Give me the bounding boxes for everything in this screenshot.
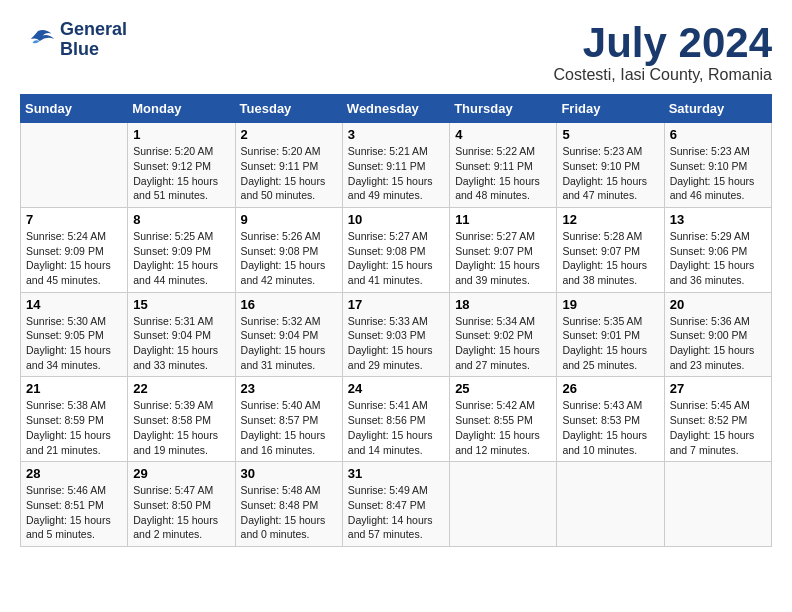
calendar-cell: 7Sunrise: 5:24 AM Sunset: 9:09 PM Daylig… — [21, 207, 128, 292]
day-number: 4 — [455, 127, 551, 142]
day-info: Sunrise: 5:32 AM Sunset: 9:04 PM Dayligh… — [241, 314, 337, 373]
calendar-cell: 17Sunrise: 5:33 AM Sunset: 9:03 PM Dayli… — [342, 292, 449, 377]
day-info: Sunrise: 5:23 AM Sunset: 9:10 PM Dayligh… — [562, 144, 658, 203]
logo-text: General Blue — [60, 20, 127, 60]
calendar-cell: 16Sunrise: 5:32 AM Sunset: 9:04 PM Dayli… — [235, 292, 342, 377]
weekday-header-row: SundayMondayTuesdayWednesdayThursdayFrid… — [21, 95, 772, 123]
calendar-cell: 30Sunrise: 5:48 AM Sunset: 8:48 PM Dayli… — [235, 462, 342, 547]
day-number: 31 — [348, 466, 444, 481]
calendar-cell — [557, 462, 664, 547]
day-info: Sunrise: 5:38 AM Sunset: 8:59 PM Dayligh… — [26, 398, 122, 457]
day-number: 11 — [455, 212, 551, 227]
calendar-cell: 28Sunrise: 5:46 AM Sunset: 8:51 PM Dayli… — [21, 462, 128, 547]
day-number: 19 — [562, 297, 658, 312]
weekday-header: Saturday — [664, 95, 771, 123]
calendar-cell: 25Sunrise: 5:42 AM Sunset: 8:55 PM Dayli… — [450, 377, 557, 462]
day-number: 13 — [670, 212, 766, 227]
day-info: Sunrise: 5:46 AM Sunset: 8:51 PM Dayligh… — [26, 483, 122, 542]
calendar-cell: 12Sunrise: 5:28 AM Sunset: 9:07 PM Dayli… — [557, 207, 664, 292]
day-number: 22 — [133, 381, 229, 396]
calendar-cell: 26Sunrise: 5:43 AM Sunset: 8:53 PM Dayli… — [557, 377, 664, 462]
day-info: Sunrise: 5:42 AM Sunset: 8:55 PM Dayligh… — [455, 398, 551, 457]
day-number: 10 — [348, 212, 444, 227]
day-info: Sunrise: 5:39 AM Sunset: 8:58 PM Dayligh… — [133, 398, 229, 457]
calendar-week-row: 7Sunrise: 5:24 AM Sunset: 9:09 PM Daylig… — [21, 207, 772, 292]
day-number: 14 — [26, 297, 122, 312]
calendar-cell: 6Sunrise: 5:23 AM Sunset: 9:10 PM Daylig… — [664, 123, 771, 208]
main-title: July 2024 — [554, 20, 772, 66]
day-number: 15 — [133, 297, 229, 312]
calendar-cell: 20Sunrise: 5:36 AM Sunset: 9:00 PM Dayli… — [664, 292, 771, 377]
day-info: Sunrise: 5:43 AM Sunset: 8:53 PM Dayligh… — [562, 398, 658, 457]
day-info: Sunrise: 5:24 AM Sunset: 9:09 PM Dayligh… — [26, 229, 122, 288]
day-number: 30 — [241, 466, 337, 481]
day-number: 29 — [133, 466, 229, 481]
calendar-week-row: 1Sunrise: 5:20 AM Sunset: 9:12 PM Daylig… — [21, 123, 772, 208]
calendar-cell — [450, 462, 557, 547]
day-info: Sunrise: 5:31 AM Sunset: 9:04 PM Dayligh… — [133, 314, 229, 373]
day-info: Sunrise: 5:20 AM Sunset: 9:11 PM Dayligh… — [241, 144, 337, 203]
day-info: Sunrise: 5:33 AM Sunset: 9:03 PM Dayligh… — [348, 314, 444, 373]
weekday-header: Sunday — [21, 95, 128, 123]
weekday-header: Monday — [128, 95, 235, 123]
calendar-cell: 8Sunrise: 5:25 AM Sunset: 9:09 PM Daylig… — [128, 207, 235, 292]
day-number: 23 — [241, 381, 337, 396]
calendar-week-row: 28Sunrise: 5:46 AM Sunset: 8:51 PM Dayli… — [21, 462, 772, 547]
day-info: Sunrise: 5:35 AM Sunset: 9:01 PM Dayligh… — [562, 314, 658, 373]
day-number: 12 — [562, 212, 658, 227]
day-info: Sunrise: 5:27 AM Sunset: 9:07 PM Dayligh… — [455, 229, 551, 288]
day-number: 27 — [670, 381, 766, 396]
day-number: 26 — [562, 381, 658, 396]
day-info: Sunrise: 5:30 AM Sunset: 9:05 PM Dayligh… — [26, 314, 122, 373]
day-number: 28 — [26, 466, 122, 481]
weekday-header: Friday — [557, 95, 664, 123]
day-info: Sunrise: 5:21 AM Sunset: 9:11 PM Dayligh… — [348, 144, 444, 203]
day-number: 6 — [670, 127, 766, 142]
calendar-cell: 10Sunrise: 5:27 AM Sunset: 9:08 PM Dayli… — [342, 207, 449, 292]
calendar-week-row: 21Sunrise: 5:38 AM Sunset: 8:59 PM Dayli… — [21, 377, 772, 462]
day-number: 8 — [133, 212, 229, 227]
calendar-cell: 23Sunrise: 5:40 AM Sunset: 8:57 PM Dayli… — [235, 377, 342, 462]
calendar-cell: 3Sunrise: 5:21 AM Sunset: 9:11 PM Daylig… — [342, 123, 449, 208]
header: General Blue July 2024 Costesti, Iasi Co… — [20, 20, 772, 84]
day-number: 3 — [348, 127, 444, 142]
calendar-cell: 27Sunrise: 5:45 AM Sunset: 8:52 PM Dayli… — [664, 377, 771, 462]
calendar-cell: 11Sunrise: 5:27 AM Sunset: 9:07 PM Dayli… — [450, 207, 557, 292]
day-number: 5 — [562, 127, 658, 142]
calendar-cell: 18Sunrise: 5:34 AM Sunset: 9:02 PM Dayli… — [450, 292, 557, 377]
calendar-table: SundayMondayTuesdayWednesdayThursdayFrid… — [20, 94, 772, 547]
day-info: Sunrise: 5:40 AM Sunset: 8:57 PM Dayligh… — [241, 398, 337, 457]
calendar-cell — [21, 123, 128, 208]
day-info: Sunrise: 5:34 AM Sunset: 9:02 PM Dayligh… — [455, 314, 551, 373]
day-info: Sunrise: 5:29 AM Sunset: 9:06 PM Dayligh… — [670, 229, 766, 288]
day-info: Sunrise: 5:41 AM Sunset: 8:56 PM Dayligh… — [348, 398, 444, 457]
calendar-cell: 24Sunrise: 5:41 AM Sunset: 8:56 PM Dayli… — [342, 377, 449, 462]
day-number: 7 — [26, 212, 122, 227]
calendar-cell: 14Sunrise: 5:30 AM Sunset: 9:05 PM Dayli… — [21, 292, 128, 377]
title-area: July 2024 Costesti, Iasi County, Romania — [554, 20, 772, 84]
calendar-cell: 29Sunrise: 5:47 AM Sunset: 8:50 PM Dayli… — [128, 462, 235, 547]
calendar-cell: 22Sunrise: 5:39 AM Sunset: 8:58 PM Dayli… — [128, 377, 235, 462]
day-info: Sunrise: 5:20 AM Sunset: 9:12 PM Dayligh… — [133, 144, 229, 203]
logo-icon — [20, 26, 56, 54]
calendar-week-row: 14Sunrise: 5:30 AM Sunset: 9:05 PM Dayli… — [21, 292, 772, 377]
day-info: Sunrise: 5:28 AM Sunset: 9:07 PM Dayligh… — [562, 229, 658, 288]
day-info: Sunrise: 5:23 AM Sunset: 9:10 PM Dayligh… — [670, 144, 766, 203]
day-number: 24 — [348, 381, 444, 396]
day-info: Sunrise: 5:47 AM Sunset: 8:50 PM Dayligh… — [133, 483, 229, 542]
day-number: 18 — [455, 297, 551, 312]
calendar-cell: 13Sunrise: 5:29 AM Sunset: 9:06 PM Dayli… — [664, 207, 771, 292]
weekday-header: Wednesday — [342, 95, 449, 123]
day-number: 16 — [241, 297, 337, 312]
day-number: 2 — [241, 127, 337, 142]
weekday-header: Thursday — [450, 95, 557, 123]
day-info: Sunrise: 5:45 AM Sunset: 8:52 PM Dayligh… — [670, 398, 766, 457]
day-number: 20 — [670, 297, 766, 312]
calendar-cell: 9Sunrise: 5:26 AM Sunset: 9:08 PM Daylig… — [235, 207, 342, 292]
calendar-cell: 21Sunrise: 5:38 AM Sunset: 8:59 PM Dayli… — [21, 377, 128, 462]
day-info: Sunrise: 5:22 AM Sunset: 9:11 PM Dayligh… — [455, 144, 551, 203]
day-number: 17 — [348, 297, 444, 312]
day-number: 9 — [241, 212, 337, 227]
weekday-header: Tuesday — [235, 95, 342, 123]
calendar-cell: 5Sunrise: 5:23 AM Sunset: 9:10 PM Daylig… — [557, 123, 664, 208]
